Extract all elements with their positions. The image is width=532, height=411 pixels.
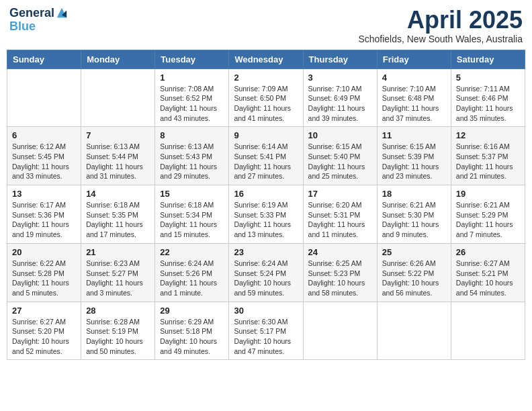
day-info: Sunrise: 6:13 AM Sunset: 5:43 PM Dayligh…	[160, 142, 224, 181]
day-of-week-header: Sunday	[7, 50, 81, 68]
day-info: Sunrise: 6:23 AM Sunset: 5:27 PM Dayligh…	[86, 259, 150, 298]
calendar-day-cell	[303, 302, 377, 360]
page-header: General Blue April 2025 Schofields, New …	[7, 7, 525, 44]
calendar-week-row: 13Sunrise: 6:17 AM Sunset: 5:36 PM Dayli…	[7, 185, 525, 244]
day-info: Sunrise: 6:19 AM Sunset: 5:33 PM Dayligh…	[234, 200, 298, 240]
day-of-week-header: Tuesday	[155, 50, 229, 68]
day-of-week-header: Friday	[377, 50, 451, 68]
day-number: 14	[86, 189, 150, 199]
calendar-table: SundayMondayTuesdayWednesdayThursdayFrid…	[7, 50, 525, 361]
day-info: Sunrise: 7:10 AM Sunset: 6:48 PM Dayligh…	[382, 84, 446, 124]
day-number: 8	[160, 130, 224, 140]
day-info: Sunrise: 6:18 AM Sunset: 5:35 PM Dayligh…	[86, 200, 150, 240]
location-title: Schofields, New South Wales, Australia	[358, 34, 523, 44]
calendar-day-cell	[7, 68, 81, 127]
day-of-week-header: Thursday	[303, 50, 377, 68]
calendar-day-cell: 16Sunrise: 6:19 AM Sunset: 5:33 PM Dayli…	[229, 185, 303, 244]
calendar-day-cell: 2Sunrise: 7:09 AM Sunset: 6:50 PM Daylig…	[229, 68, 303, 127]
logo-text-general: General	[9, 7, 54, 20]
calendar-day-cell: 30Sunrise: 6:30 AM Sunset: 5:17 PM Dayli…	[229, 302, 303, 360]
day-of-week-header: Monday	[81, 50, 155, 68]
title-block: April 2025 Schofields, New South Wales, …	[358, 7, 523, 44]
calendar-day-cell: 4Sunrise: 7:10 AM Sunset: 6:48 PM Daylig…	[377, 68, 451, 127]
calendar-day-cell: 3Sunrise: 7:10 AM Sunset: 6:49 PM Daylig…	[303, 68, 377, 127]
day-number: 12	[456, 130, 520, 140]
calendar-day-cell	[451, 302, 525, 360]
calendar-day-cell: 13Sunrise: 6:17 AM Sunset: 5:36 PM Dayli…	[7, 185, 81, 244]
day-number: 18	[382, 189, 446, 199]
day-number: 21	[86, 247, 150, 257]
day-number: 26	[456, 247, 520, 257]
day-info: Sunrise: 7:08 AM Sunset: 6:52 PM Dayligh…	[160, 84, 224, 124]
day-info: Sunrise: 6:25 AM Sunset: 5:23 PM Dayligh…	[308, 259, 372, 298]
day-number: 29	[160, 306, 224, 316]
day-number: 23	[234, 247, 298, 257]
day-info: Sunrise: 6:24 AM Sunset: 5:26 PM Dayligh…	[160, 259, 224, 298]
calendar-day-cell: 1Sunrise: 7:08 AM Sunset: 6:52 PM Daylig…	[155, 68, 229, 127]
day-number: 27	[12, 306, 76, 316]
day-number: 17	[308, 189, 372, 199]
calendar-header-row: SundayMondayTuesdayWednesdayThursdayFrid…	[7, 50, 525, 68]
day-info: Sunrise: 6:15 AM Sunset: 5:39 PM Dayligh…	[382, 142, 446, 181]
day-number: 7	[86, 130, 150, 140]
day-number: 22	[160, 247, 224, 257]
calendar-week-row: 20Sunrise: 6:22 AM Sunset: 5:28 PM Dayli…	[7, 243, 525, 302]
day-info: Sunrise: 6:21 AM Sunset: 5:30 PM Dayligh…	[382, 200, 446, 240]
calendar-day-cell: 23Sunrise: 6:24 AM Sunset: 5:24 PM Dayli…	[229, 243, 303, 302]
day-info: Sunrise: 6:15 AM Sunset: 5:40 PM Dayligh…	[308, 142, 372, 181]
day-number: 30	[234, 306, 298, 316]
day-info: Sunrise: 6:20 AM Sunset: 5:31 PM Dayligh…	[308, 200, 372, 240]
day-number: 2	[234, 73, 298, 83]
calendar-day-cell: 14Sunrise: 6:18 AM Sunset: 5:35 PM Dayli…	[81, 185, 155, 244]
calendar-day-cell: 6Sunrise: 6:12 AM Sunset: 5:45 PM Daylig…	[7, 127, 81, 185]
calendar-day-cell: 9Sunrise: 6:14 AM Sunset: 5:41 PM Daylig…	[229, 127, 303, 185]
day-info: Sunrise: 6:29 AM Sunset: 5:18 PM Dayligh…	[160, 317, 224, 357]
calendar-day-cell: 26Sunrise: 6:27 AM Sunset: 5:21 PM Dayli…	[451, 243, 525, 302]
day-info: Sunrise: 7:09 AM Sunset: 6:50 PM Dayligh…	[234, 84, 298, 124]
day-info: Sunrise: 6:17 AM Sunset: 5:36 PM Dayligh…	[12, 200, 76, 240]
calendar-day-cell: 20Sunrise: 6:22 AM Sunset: 5:28 PM Dayli…	[7, 243, 81, 302]
calendar-day-cell	[377, 302, 451, 360]
day-info: Sunrise: 6:14 AM Sunset: 5:41 PM Dayligh…	[234, 142, 298, 181]
day-number: 6	[12, 130, 76, 140]
day-info: Sunrise: 6:26 AM Sunset: 5:22 PM Dayligh…	[382, 259, 446, 298]
calendar-day-cell: 18Sunrise: 6:21 AM Sunset: 5:30 PM Dayli…	[377, 185, 451, 244]
day-number: 11	[382, 130, 446, 140]
day-number: 4	[382, 73, 446, 83]
day-number: 15	[160, 189, 224, 199]
day-number: 13	[12, 189, 76, 199]
day-info: Sunrise: 6:13 AM Sunset: 5:44 PM Dayligh…	[86, 142, 150, 181]
day-info: Sunrise: 7:10 AM Sunset: 6:49 PM Dayligh…	[308, 84, 372, 124]
calendar-day-cell: 17Sunrise: 6:20 AM Sunset: 5:31 PM Dayli…	[303, 185, 377, 244]
calendar-day-cell: 21Sunrise: 6:23 AM Sunset: 5:27 PM Dayli…	[81, 243, 155, 302]
day-number: 19	[456, 189, 520, 199]
day-number: 1	[160, 73, 224, 83]
day-number: 25	[382, 247, 446, 257]
logo: General Blue	[9, 7, 68, 34]
day-of-week-header: Saturday	[451, 50, 525, 68]
calendar-day-cell: 12Sunrise: 6:16 AM Sunset: 5:37 PM Dayli…	[451, 127, 525, 185]
day-number: 28	[86, 306, 150, 316]
calendar-day-cell: 19Sunrise: 6:21 AM Sunset: 5:29 PM Dayli…	[451, 185, 525, 244]
day-info: Sunrise: 6:18 AM Sunset: 5:34 PM Dayligh…	[160, 200, 224, 240]
calendar-day-cell: 25Sunrise: 6:26 AM Sunset: 5:22 PM Dayli…	[377, 243, 451, 302]
calendar-week-row: 27Sunrise: 6:27 AM Sunset: 5:20 PM Dayli…	[7, 302, 525, 360]
day-number: 9	[234, 130, 298, 140]
calendar-week-row: 1Sunrise: 7:08 AM Sunset: 6:52 PM Daylig…	[7, 68, 525, 127]
day-number: 5	[456, 73, 520, 83]
calendar-day-cell: 24Sunrise: 6:25 AM Sunset: 5:23 PM Dayli…	[303, 243, 377, 302]
day-info: Sunrise: 6:28 AM Sunset: 5:19 PM Dayligh…	[86, 317, 150, 357]
day-number: 16	[234, 189, 298, 199]
calendar-day-cell: 28Sunrise: 6:28 AM Sunset: 5:19 PM Dayli…	[81, 302, 155, 360]
day-info: Sunrise: 6:22 AM Sunset: 5:28 PM Dayligh…	[12, 259, 76, 298]
calendar-day-cell: 15Sunrise: 6:18 AM Sunset: 5:34 PM Dayli…	[155, 185, 229, 244]
calendar-day-cell: 7Sunrise: 6:13 AM Sunset: 5:44 PM Daylig…	[81, 127, 155, 185]
day-number: 20	[12, 247, 76, 257]
calendar-day-cell: 10Sunrise: 6:15 AM Sunset: 5:40 PM Dayli…	[303, 127, 377, 185]
day-info: Sunrise: 6:16 AM Sunset: 5:37 PM Dayligh…	[456, 142, 520, 181]
day-info: Sunrise: 6:21 AM Sunset: 5:29 PM Dayligh…	[456, 200, 520, 240]
calendar-week-row: 6Sunrise: 6:12 AM Sunset: 5:45 PM Daylig…	[7, 127, 525, 185]
calendar-day-cell: 8Sunrise: 6:13 AM Sunset: 5:43 PM Daylig…	[155, 127, 229, 185]
day-info: Sunrise: 6:27 AM Sunset: 5:21 PM Dayligh…	[456, 259, 520, 298]
day-of-week-header: Wednesday	[229, 50, 303, 68]
